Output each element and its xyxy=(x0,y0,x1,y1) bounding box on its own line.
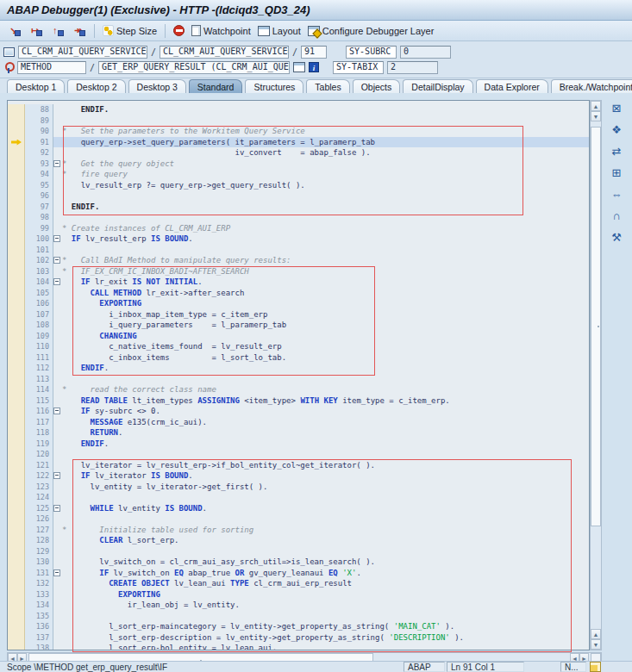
tab-data-explorer[interactable]: Data Explorer xyxy=(476,79,548,94)
code-line[interactable]: 131 IF lv_switch_on EQ abap_true OR gv_q… xyxy=(8,568,589,579)
code-line[interactable]: 132 CREATE OBJECT lv_lean_aui TYPE cl_cr… xyxy=(8,578,589,589)
code-line[interactable]: 98 xyxy=(8,212,589,223)
fold-collapse-icon[interactable] xyxy=(53,278,60,285)
info-icon[interactable] xyxy=(309,62,319,72)
code-line[interactable]: 105 CALL METHOD lr_exit->after_search xyxy=(8,288,589,299)
code-line[interactable]: 125 WHILE lv_entity IS BOUND. xyxy=(8,503,589,514)
code-line[interactable]: 135 xyxy=(8,611,589,622)
breakpoint-margin[interactable] xyxy=(8,115,25,127)
breakpoint-margin[interactable] xyxy=(8,395,25,407)
code-editor[interactable]: 88 ENDIF.8990* Set the parameters to the… xyxy=(7,100,590,650)
breakpoint-margin[interactable] xyxy=(8,288,25,299)
breakpoint-margin[interactable] xyxy=(8,503,25,514)
code-line[interactable]: 114* read the correct class name xyxy=(8,384,589,395)
configure-debugger-layer-button[interactable]: Configure Debugger Layer xyxy=(304,25,438,37)
code-line[interactable]: 129 xyxy=(8,546,589,557)
breakpoint-margin[interactable] xyxy=(8,245,25,256)
event-name-field[interactable]: GET_ERP_QUERY_RESULT (CL_CRM_AUI_QUERY_S… xyxy=(98,61,290,74)
breakpoint-margin[interactable] xyxy=(8,309,25,320)
code-line[interactable]: 115 READ TABLE lt_item_types ASSIGNING <… xyxy=(8,395,589,407)
breakpoint-margin[interactable] xyxy=(8,331,25,342)
code-line[interactable]: 130 lv_switch_on = cl_crm_aui_asy_srch_u… xyxy=(8,557,589,568)
scroll-up-icon[interactable]: ▲ xyxy=(591,101,601,111)
breakpoint-margin[interactable] xyxy=(8,439,25,450)
sy-tabix-label-field[interactable]: SY-TABIX xyxy=(333,61,384,74)
table-icon[interactable] xyxy=(293,62,305,72)
maximize-icon[interactable]: ⊞ xyxy=(610,166,624,179)
breakpoint-margin[interactable] xyxy=(8,406,25,417)
breakpoint-margin[interactable] xyxy=(8,126,25,137)
breakpoint-margin[interactable] xyxy=(8,341,25,352)
code-line[interactable]: 99* Create instances of CL_CRM_AUI_ERP xyxy=(8,223,589,234)
breakpoint-margin[interactable] xyxy=(8,470,25,482)
breakpoint-margin[interactable] xyxy=(8,190,25,202)
resize-width-icon[interactable]: ⇔ xyxy=(610,188,624,201)
breakpoint-margin[interactable] xyxy=(8,137,25,148)
main-program-field[interactable]: CL_CRM_AUI_QUERY_SERVICE=====_ xyxy=(18,46,147,59)
code-line[interactable]: 119 ENDIF. xyxy=(8,439,589,450)
scroll-down-icon[interactable]: ▼ xyxy=(591,639,601,650)
code-line[interactable]: 100 IF lv_result_erp IS BOUND. xyxy=(8,233,589,245)
code-line[interactable]: 137 l_sort_erp-description = lv_entity->… xyxy=(8,632,589,644)
breakpoint-margin[interactable] xyxy=(8,255,25,266)
code-line[interactable]: 97 ENDIF. xyxy=(8,202,589,213)
step-into-button[interactable]: ↘ xyxy=(5,24,25,38)
breakpoint-margin[interactable] xyxy=(8,320,25,331)
breakpoint-margin[interactable] xyxy=(8,223,25,234)
breakpoint-margin[interactable] xyxy=(8,449,25,460)
breakpoint-margin[interactable] xyxy=(8,363,25,374)
fold-collapse-icon[interactable] xyxy=(53,160,60,167)
code-line[interactable]: 136 l_sort_erp-maincategory = lv_entity-… xyxy=(8,621,589,632)
fold-collapse-icon[interactable] xyxy=(53,472,60,479)
breakpoint-margin[interactable] xyxy=(8,482,25,493)
code-line[interactable]: 123 lv_entity = lv_iterator->get_first( … xyxy=(8,482,589,493)
breakpoint-margin[interactable] xyxy=(8,513,25,525)
tab-desktop-1[interactable]: Desktop 1 xyxy=(7,79,65,94)
step-over-button[interactable]: ↦ xyxy=(27,24,47,38)
breakpoint-margin[interactable] xyxy=(8,611,25,622)
code-line[interactable]: 95 lv_result_erp ?= query_erp->get_query… xyxy=(8,180,589,191)
code-line[interactable]: 89 xyxy=(8,115,589,127)
breakpoint-margin[interactable] xyxy=(8,374,25,385)
scroll-up-icon[interactable]: ▲ xyxy=(591,629,601,639)
breakpoint-margin[interactable] xyxy=(8,384,25,395)
code-line[interactable]: 108 i_query_parameters = l_paramerp_tab xyxy=(8,320,589,331)
code-line[interactable]: 112 ENDIF. xyxy=(8,363,589,374)
sy-subrc-value-field[interactable]: 0 xyxy=(400,46,451,59)
new-session-icon[interactable]: ❖ xyxy=(610,123,624,136)
breakpoint-margin[interactable] xyxy=(8,180,25,191)
breakpoint-margin[interactable] xyxy=(8,492,25,503)
breakpoint-margin[interactable] xyxy=(8,525,25,536)
tab-desktop-2[interactable]: Desktop 2 xyxy=(67,79,125,94)
tab-structures[interactable]: Structures xyxy=(245,79,303,94)
breakpoint-margin[interactable] xyxy=(8,266,25,277)
code-line[interactable]: 118 RETURN. xyxy=(8,427,589,439)
debugger-attach-icon[interactable]: ∩ xyxy=(610,209,624,222)
tab-desktop-3[interactable]: Desktop 3 xyxy=(128,79,186,94)
breakpoint-margin[interactable] xyxy=(8,589,25,600)
breakpoint-margin[interactable] xyxy=(8,212,25,223)
code-line[interactable]: 113 xyxy=(8,374,589,385)
tab-objects[interactable]: Objects xyxy=(353,79,401,94)
breakpoint-margin[interactable] xyxy=(8,460,25,471)
code-line[interactable]: 106 EXPORTING xyxy=(8,298,589,309)
event-kind-field[interactable]: METHOD xyxy=(17,61,86,74)
services-tool-icon[interactable]: ⚒ xyxy=(610,231,624,244)
note-icon[interactable] xyxy=(590,662,601,672)
code-line[interactable]: 124 xyxy=(8,492,589,503)
code-line[interactable]: 121 lv_iterator = lv_result_erp->if_bol_… xyxy=(8,460,589,471)
line-number-field[interactable]: 91 xyxy=(301,46,327,59)
code-line[interactable]: 92 iv_convert = abap_false ). xyxy=(8,147,589,159)
breakpoint-margin[interactable] xyxy=(8,277,25,288)
tab-break-watchpoints[interactable]: Break./Watchpoints xyxy=(551,79,632,94)
breakpoint-margin[interactable] xyxy=(8,535,25,546)
breakpoint-stop-button[interactable] xyxy=(170,24,188,37)
breakpoint-margin[interactable] xyxy=(8,202,25,213)
layout-button[interactable]: Layout xyxy=(254,25,304,37)
code-line[interactable]: 91 query_erp->set_query_parameters( it_p… xyxy=(8,137,589,148)
breakpoint-margin[interactable] xyxy=(8,352,25,364)
code-line[interactable]: 104 IF lr_exit IS NOT INITIAL. xyxy=(8,277,589,288)
breakpoint-margin[interactable] xyxy=(8,298,25,309)
fold-collapse-icon[interactable] xyxy=(53,235,60,242)
breakpoint-margin[interactable] xyxy=(8,427,25,439)
